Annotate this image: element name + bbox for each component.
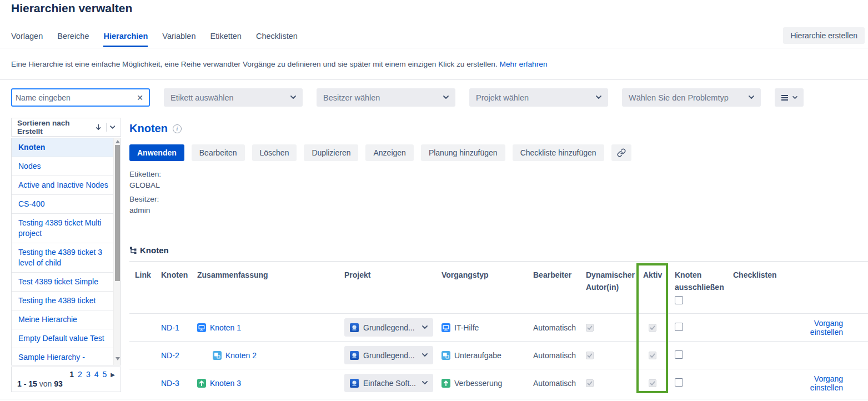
name-filter: ✕ xyxy=(11,88,150,107)
node-key-link[interactable]: ND-2 xyxy=(161,351,179,360)
set-issue-link[interactable]: Vorgang einstellen xyxy=(810,374,843,392)
chevron-down-icon xyxy=(422,353,428,357)
table-row: ND-3 Knoten 3 Einfache Soft... xyxy=(129,369,868,397)
hierarchy-list: Knoten Nodes Active and Inactive Nodes C… xyxy=(11,138,121,365)
exclude-node-checkbox[interactable] xyxy=(675,378,683,387)
hierarchy-admin-page: Hierarchien verwalten Vorlagen Bereiche … xyxy=(0,0,868,401)
add-planning-button[interactable]: Planung hinzufügen xyxy=(421,144,505,161)
page-bottom-divider xyxy=(0,399,868,399)
node-key-link[interactable]: ND-1 xyxy=(161,323,179,332)
owner-filter-dropdown[interactable]: Besitzer wählen xyxy=(317,88,455,107)
it-help-icon xyxy=(197,323,206,332)
hierarchy-item-empty-default[interactable]: Empty Default value Test xyxy=(12,329,121,348)
exclude-node-checkbox[interactable] xyxy=(675,323,683,331)
scrollbar-thumb[interactable] xyxy=(115,145,120,281)
hierarchy-item-cs400[interactable]: CS-400 xyxy=(12,194,121,213)
hierarchy-item-meine[interactable]: Meine Hierarchie xyxy=(12,310,121,329)
project-select[interactable]: Grundlegend... xyxy=(344,318,433,337)
page-link-2[interactable]: 2 xyxy=(78,370,82,379)
name-filter-input[interactable] xyxy=(16,93,136,102)
tab-bereiche[interactable]: Bereiche xyxy=(57,32,89,47)
header-bearbeiter: Bearbeiter xyxy=(533,269,586,281)
exclude-node-checkbox[interactable] xyxy=(675,350,683,359)
page-title: Hierarchien verwalten xyxy=(11,2,132,15)
tab-checklisten[interactable]: Checklisten xyxy=(256,32,298,47)
label-filter-dropdown[interactable]: Etikett auswählen xyxy=(164,88,303,107)
hierarchy-item-testing-4389[interactable]: Testing the 4389 ticket xyxy=(12,291,121,310)
page-link-4[interactable]: 4 xyxy=(94,370,99,379)
info-icon[interactable]: i xyxy=(173,124,182,133)
scroll-down-icon[interactable] xyxy=(116,357,120,360)
labels-label: Etiketten: xyxy=(129,169,868,180)
hierarchy-sidebar: Sortieren nach Erstellt Knoten Nodes Act… xyxy=(11,118,121,392)
hierarchy-item-active-inactive[interactable]: Active and Inactive Nodes xyxy=(12,176,121,194)
clear-input-icon[interactable]: ✕ xyxy=(136,93,144,103)
exclude-all-checkbox[interactable] xyxy=(675,296,683,304)
nodes-section-title: Knoten xyxy=(140,245,169,255)
divider xyxy=(106,123,107,132)
result-range: 1 - 15 von 93 xyxy=(17,379,115,388)
hierarchy-item-simple[interactable]: Test 4389 ticket Simple xyxy=(12,272,121,291)
node-key-link[interactable]: ND-3 xyxy=(161,379,179,388)
filter-bar: ✕ Etikett auswählen Besitzer wählen Proj… xyxy=(11,88,804,107)
hierarchy-item-sample[interactable]: Sample Hierarchy - xyxy=(12,348,121,365)
list-scrollbar[interactable] xyxy=(113,138,121,365)
project-select[interactable]: Grundlegend... xyxy=(344,346,433,364)
labels-value: GLOBAL xyxy=(129,180,868,191)
summary-link[interactable]: Knoten 3 xyxy=(210,379,241,388)
current-page: 1 xyxy=(69,370,74,379)
issuetype-filter-dropdown[interactable]: Wählen Sie den Problemtyp xyxy=(622,88,761,107)
edit-button[interactable]: Bearbeiten xyxy=(192,144,245,161)
show-button[interactable]: Anzeigen xyxy=(365,144,413,161)
active-checkbox xyxy=(649,324,656,332)
tab-variablen[interactable]: Variablen xyxy=(162,32,195,47)
tab-etiketten[interactable]: Etiketten xyxy=(210,32,241,47)
project-select[interactable]: Einfache Soft... xyxy=(344,374,433,392)
chevron-down-icon xyxy=(443,96,449,99)
add-checklist-button[interactable]: Checkliste hinzufügen xyxy=(513,144,604,161)
page-link-3[interactable]: 3 xyxy=(86,370,91,379)
list-options-button[interactable] xyxy=(775,88,804,107)
hierarchy-meta: Etiketten: GLOBAL Besitzer: admin xyxy=(129,169,868,216)
chevron-down-icon xyxy=(422,381,428,385)
tab-hierarchien[interactable]: Hierarchien xyxy=(103,32,148,47)
hamburger-icon xyxy=(781,94,789,101)
hierarchy-item-knoten[interactable]: Knoten xyxy=(12,138,121,157)
description-text: Eine Hierarchie ist eine einfache Möglic… xyxy=(11,60,498,68)
header-vorgangstyp: Vorgangstyp xyxy=(441,269,533,281)
next-page-icon[interactable]: ▶ xyxy=(111,372,115,378)
set-issue-link[interactable]: Vorgang einstellen xyxy=(810,319,843,337)
chevron-down-icon xyxy=(596,96,601,99)
learn-more-link[interactable]: Mehr erfahren xyxy=(500,60,548,68)
project-filter-dropdown[interactable]: Projekt wählen xyxy=(469,88,608,107)
hierarchy-detail: Knoten i Anwenden Bearbeiten Löschen Dup… xyxy=(129,118,868,397)
delete-button[interactable]: Löschen xyxy=(252,144,297,161)
header-checklisten: Checklisten xyxy=(733,269,780,281)
copy-link-button[interactable] xyxy=(611,144,631,161)
dynamic-author-checkbox xyxy=(586,379,594,387)
sort-direction-icon[interactable] xyxy=(96,124,101,131)
sort-label: Sortieren nach Erstellt xyxy=(17,119,92,136)
tab-vorlagen[interactable]: Vorlagen xyxy=(11,32,43,47)
hierarchy-tree-icon xyxy=(129,247,137,254)
scroll-up-icon[interactable] xyxy=(116,140,120,143)
header-knoten: Knoten xyxy=(161,269,197,281)
create-hierarchy-button[interactable]: Hierarchie erstellen xyxy=(783,27,865,44)
summary-link[interactable]: Knoten 2 xyxy=(225,351,257,360)
project-avatar-icon xyxy=(350,379,359,388)
owner-label: Besitzer: xyxy=(129,194,868,205)
hierarchy-item-3-level[interactable]: Testing the 4389 ticket 3 level of child xyxy=(12,243,121,272)
issuetype-label: Unteraufgabe xyxy=(454,351,501,360)
apply-button[interactable]: Anwenden xyxy=(129,144,184,161)
assignee-cell: Automatisch xyxy=(533,379,586,388)
sort-menu-chevron-icon[interactable] xyxy=(110,126,115,129)
action-buttons: Anwenden Bearbeiten Löschen Duplizieren … xyxy=(129,144,868,161)
duplicate-button[interactable]: Duplizieren xyxy=(304,144,358,161)
owner-value: admin xyxy=(129,205,868,216)
hierarchy-item-nodes[interactable]: Nodes xyxy=(12,157,121,176)
summary-link[interactable]: Knoten 1 xyxy=(210,323,241,332)
sort-control[interactable]: Sortieren nach Erstellt xyxy=(11,118,121,137)
page-link-5[interactable]: 5 xyxy=(103,370,107,379)
header-link: Link xyxy=(135,269,161,281)
hierarchy-item-multi-project[interactable]: Testing 4389 ticket Multi project xyxy=(12,213,121,243)
